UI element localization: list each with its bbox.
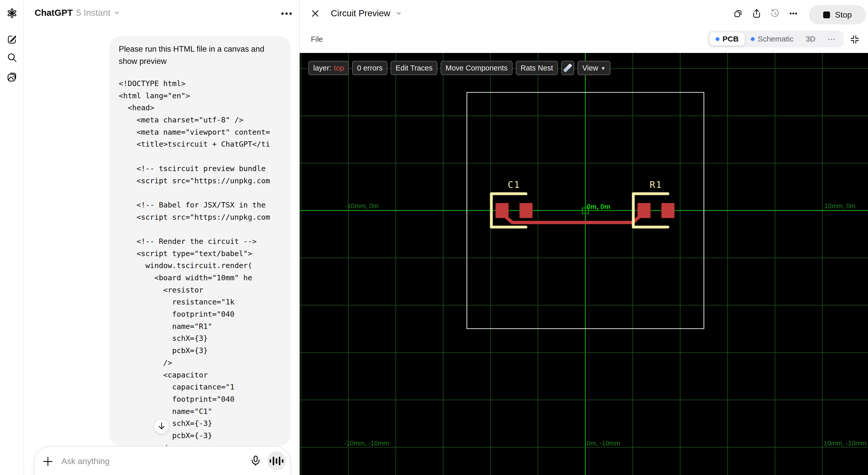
arrow-down-icon bbox=[157, 422, 166, 431]
composer[interactable] bbox=[34, 446, 291, 475]
history-button[interactable] bbox=[770, 8, 780, 19]
code-line: footprint="040 bbox=[119, 393, 281, 406]
code-line: <meta charset="utf-8" /> bbox=[119, 114, 281, 126]
app-title: ChatGPT bbox=[35, 8, 73, 18]
new-chat-button[interactable] bbox=[6, 34, 18, 45]
pcb-pad-c1[interactable] bbox=[520, 203, 533, 218]
code-line: <html lang="en"> bbox=[119, 90, 281, 102]
sidebar bbox=[0, 0, 24, 475]
canvas-panel-header: Circuit Preview bbox=[300, 0, 868, 53]
attach-button[interactable] bbox=[42, 456, 53, 468]
toolbar-layer-[interactable]: layer:top bbox=[308, 61, 349, 75]
canvas-title-dropdown[interactable]: Circuit Preview bbox=[331, 8, 402, 18]
code-line: window.tscircuit.render( bbox=[119, 260, 281, 272]
tab-schematic[interactable]: Schematic bbox=[745, 32, 800, 45]
library-button[interactable] bbox=[6, 71, 18, 82]
code-line: /> bbox=[119, 442, 281, 446]
plus-icon bbox=[42, 456, 53, 467]
code-line: /> bbox=[119, 357, 281, 369]
code-line: <!-- tscircuit preview bundle bbox=[119, 163, 281, 175]
search-icon bbox=[7, 53, 17, 63]
collapse-canvas-button[interactable] bbox=[849, 34, 860, 45]
code-line: <meta name="viewport" content= bbox=[119, 126, 281, 138]
stop-label: Stop bbox=[835, 10, 852, 20]
ellipsis-icon bbox=[788, 9, 798, 18]
code-line: pcbX={3} bbox=[119, 345, 281, 357]
model-name: 5 Instant bbox=[76, 8, 110, 18]
toolbar-view[interactable]: View▼ bbox=[578, 61, 610, 75]
user-message-text: Please run this HTML file in a canvas an… bbox=[119, 43, 272, 67]
tab-[interactable]: ⋯ bbox=[822, 32, 841, 45]
voice-mode-button[interactable] bbox=[267, 451, 286, 470]
canvas-options-button[interactable] bbox=[788, 8, 799, 19]
pcb-toolbar: layer:top0 errorsEdit TracesMove Compone… bbox=[308, 61, 610, 75]
coordinate-label: -10mm, 0m bbox=[345, 202, 378, 210]
dictate-button[interactable] bbox=[250, 455, 261, 467]
history-icon bbox=[770, 9, 780, 18]
toolbar-label: layer: bbox=[313, 64, 331, 72]
code-line: <capacitor bbox=[119, 369, 281, 381]
code-line: schX={3} bbox=[119, 333, 281, 345]
component-label-r1[interactable]: R1 bbox=[650, 179, 662, 190]
pencil-icon bbox=[563, 63, 572, 73]
coordinate-label: 10mm, 0m bbox=[824, 202, 856, 210]
code-line: <!DOCTYPE html> bbox=[119, 78, 281, 90]
toolbar-label: Rats Nest bbox=[521, 64, 553, 72]
scroll-to-bottom-button[interactable] bbox=[154, 418, 169, 434]
pcb-svg: C1R1-10mm, 0m0m, 0m10mm, 0m-10mm, -10mm0… bbox=[300, 53, 868, 475]
view-tabs: PCBSchematic3D⋯ bbox=[708, 31, 843, 47]
search-button[interactable] bbox=[6, 52, 18, 63]
tab-label: PCB bbox=[722, 35, 739, 43]
stop-button[interactable]: Stop bbox=[809, 5, 866, 25]
code-line: name="R1" bbox=[119, 320, 281, 333]
microphone-icon bbox=[250, 455, 261, 466]
file-menu[interactable]: File bbox=[311, 35, 323, 43]
toolbar-0-errors[interactable]: 0 errors bbox=[352, 61, 388, 75]
component-label-c1[interactable]: C1 bbox=[508, 179, 520, 190]
active-layer-value: top bbox=[334, 64, 344, 72]
openai-logo-icon bbox=[6, 8, 18, 19]
code-line: resistance="1k bbox=[119, 296, 281, 308]
code-line bbox=[119, 150, 281, 163]
toolbar-edit-traces[interactable]: Edit Traces bbox=[391, 61, 437, 75]
code-line: <head> bbox=[119, 102, 281, 114]
waveform-icon bbox=[270, 459, 271, 463]
openai-logo-petals bbox=[8, 9, 16, 18]
tab-3d[interactable]: 3D bbox=[800, 32, 822, 45]
close-canvas-button[interactable] bbox=[310, 9, 320, 18]
code-line: <script type="text/babel"> bbox=[119, 248, 281, 260]
new-chat-icon bbox=[7, 34, 17, 44]
chat-model-selector[interactable]: ChatGPT 5 Instant bbox=[35, 8, 120, 18]
share-button[interactable] bbox=[751, 8, 762, 19]
code-line: <script src="https://unpkg.com bbox=[119, 211, 281, 224]
chat-input[interactable] bbox=[61, 455, 224, 468]
toolbar-edit-button[interactable] bbox=[561, 61, 574, 75]
share-icon bbox=[752, 9, 762, 18]
pcb-pad-r1[interactable] bbox=[661, 203, 675, 218]
code-line: capacitance="1 bbox=[119, 381, 281, 393]
tab-label: Schematic bbox=[758, 35, 793, 43]
library-icon bbox=[7, 71, 17, 81]
pcb-canvas[interactable]: C1R1-10mm, 0m0m, 0m10mm, 0m-10mm, -10mm0… bbox=[300, 53, 868, 475]
code-line: footprint="040 bbox=[119, 308, 281, 320]
ellipsis-icon bbox=[281, 12, 284, 15]
tab-pcb[interactable]: PCB bbox=[710, 32, 745, 45]
toolbar-rats-nest[interactable]: Rats Nest bbox=[516, 61, 558, 75]
code-block: <!DOCTYPE html><html lang="en"> <head> <… bbox=[119, 78, 281, 446]
code-line: name="C1" bbox=[119, 406, 281, 418]
copy-button[interactable] bbox=[733, 8, 743, 19]
conversation-options-button[interactable] bbox=[280, 9, 293, 18]
coordinate-label: 0m, 0m bbox=[587, 203, 610, 210]
code-line: pcbX={-3} bbox=[119, 430, 281, 442]
compress-icon bbox=[849, 34, 860, 45]
tab-status-dot-icon bbox=[751, 37, 754, 41]
tab-label: ⋯ bbox=[828, 35, 835, 43]
app-root: ChatGPT 5 Instant Please run this HTML f… bbox=[0, 0, 868, 475]
toolbar-move-components[interactable]: Move Components bbox=[441, 61, 512, 75]
chevron-down-icon bbox=[396, 10, 402, 16]
pcb-pad-r1[interactable] bbox=[638, 203, 651, 218]
toolbar-label: Edit Traces bbox=[396, 64, 432, 72]
pcb-pad-c1[interactable] bbox=[496, 203, 509, 218]
user-message-bubble: Please run this HTML file in a canvas an… bbox=[110, 36, 290, 446]
toolbar-label: Move Components bbox=[445, 64, 507, 72]
